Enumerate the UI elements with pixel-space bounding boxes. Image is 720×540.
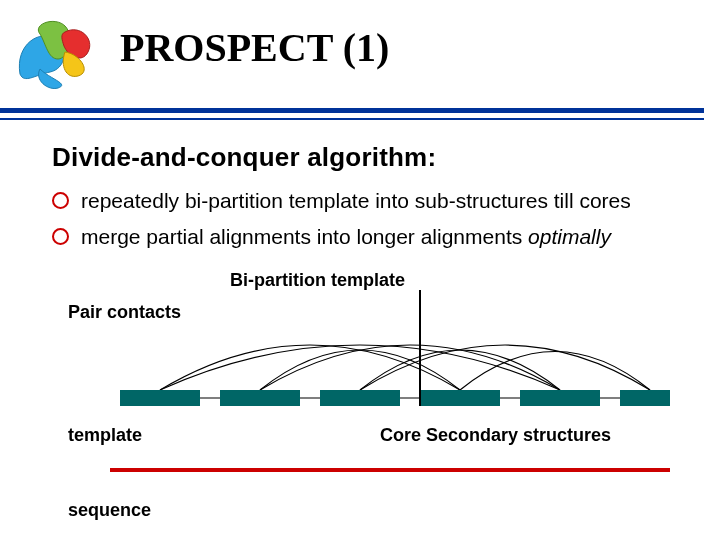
content-block: Divide-and-conquer algorithm: repeatedly… (52, 142, 631, 260)
diagram: Bi-partition template Pair contacts temp… (60, 270, 670, 530)
bullet-text: repeatedly bi-partition template into su… (81, 187, 631, 215)
bullet-item: merge partial alignments into longer ali… (52, 223, 631, 251)
bullet-ring-icon (52, 192, 69, 209)
bullet-text-italic: optimally (528, 225, 611, 248)
title-divider-thin (0, 118, 704, 120)
bullet-item: repeatedly bi-partition template into su… (52, 187, 631, 215)
slide-title: PROSPECT (1) (120, 24, 389, 71)
bullet-ring-icon (52, 228, 69, 245)
bullet-text-plain: merge partial alignments into longer ali… (81, 225, 528, 248)
slide-header: PROSPECT (1) (0, 0, 720, 113)
svg-rect-3 (320, 390, 400, 406)
svg-rect-4 (420, 390, 500, 406)
subtitle: Divide-and-conquer algorithm: (52, 142, 631, 173)
svg-rect-1 (120, 390, 200, 406)
protein-ribbon-icon (10, 14, 102, 92)
bullet-text: merge partial alignments into longer ali… (81, 223, 611, 251)
bullet-list: repeatedly bi-partition template into su… (52, 187, 631, 252)
svg-rect-2 (220, 390, 300, 406)
title-divider-thick (0, 108, 704, 113)
slide: PROSPECT (1) Divide-and-conquer algorith… (0, 0, 720, 540)
diagram-svg (60, 270, 670, 530)
svg-rect-5 (520, 390, 600, 406)
svg-rect-6 (620, 390, 670, 406)
